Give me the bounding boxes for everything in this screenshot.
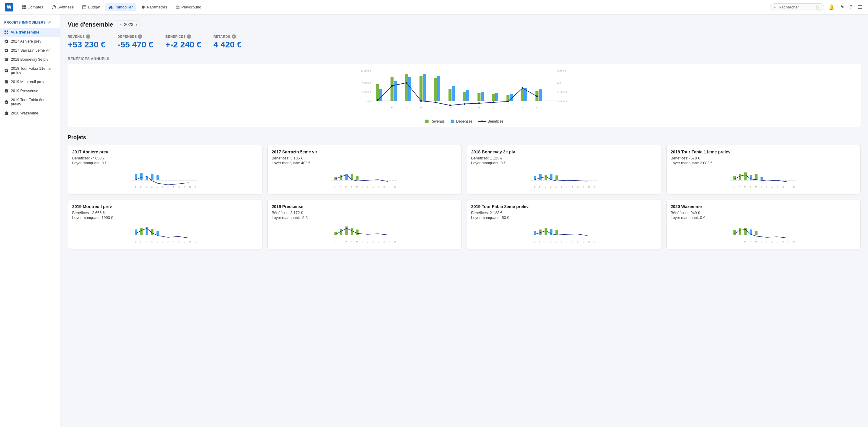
search-box[interactable]: / bbox=[770, 3, 824, 11]
project-card-3-chart: J F M A M J J A S O N D bbox=[671, 168, 857, 190]
page-header: Vue d'ensemble ‹ 2023 › bbox=[68, 21, 861, 28]
svg-text:J: J bbox=[766, 186, 767, 188]
svg-rect-98 bbox=[156, 175, 159, 180]
svg-text:J: J bbox=[362, 241, 363, 243]
depenses-info-icon[interactable]: i bbox=[138, 34, 142, 39]
revenus-info-icon[interactable]: i bbox=[86, 34, 90, 39]
stat-retards: RETARDS i 4 420 € bbox=[214, 34, 242, 50]
project-card-4-title: 2019 Montreuil prev bbox=[72, 204, 258, 209]
svg-point-79 bbox=[522, 87, 523, 89]
notifications-icon[interactable]: 🔔 bbox=[827, 3, 836, 11]
building4-icon bbox=[4, 68, 8, 73]
svg-text:O: O bbox=[583, 186, 584, 188]
project-card-7[interactable]: 2020 Wazemme Bénéfices: -949 € Loyer man… bbox=[666, 200, 861, 249]
nav-parametres[interactable]: Paramètres bbox=[137, 3, 170, 11]
retards-info-icon[interactable]: i bbox=[231, 34, 236, 39]
svg-point-71 bbox=[406, 82, 407, 84]
svg-text:O: O bbox=[782, 186, 784, 188]
nav-budget[interactable]: Budget bbox=[79, 3, 104, 11]
benefices-info-icon[interactable]: i bbox=[187, 34, 191, 39]
sidebar-item-vue-ensemble[interactable]: Vue d'ensemble bbox=[0, 28, 60, 37]
building3-icon bbox=[4, 57, 8, 62]
flag-icon[interactable]: ⚑ bbox=[839, 3, 845, 11]
project-card-2-benefices: Bénéfices: 1 123 € bbox=[471, 156, 657, 160]
legend-benefices: Bénéfices bbox=[478, 119, 503, 123]
svg-point-4 bbox=[52, 5, 56, 9]
stat-benefices-value: +-2 240 € bbox=[165, 40, 202, 50]
sidebar-item-2017-sarrazin[interactable]: 2017 Sarrazin 5eme vir bbox=[0, 46, 60, 55]
sidebar-item-2019-pressense[interactable]: 2019 Pressense bbox=[0, 86, 60, 95]
sidebar-item-2017-asniere[interactable]: 2017 Asniere prev bbox=[0, 37, 60, 46]
svg-text:S: S bbox=[777, 186, 778, 188]
nav-immobilier[interactable]: Immobilier bbox=[105, 3, 136, 11]
svg-rect-149 bbox=[739, 174, 741, 180]
project-card-4[interactable]: 2019 Montreuil prev Bénéfices: -2 666 € … bbox=[68, 200, 262, 249]
main-content: Vue d'ensemble ‹ 2023 › REVENUS i +53 23… bbox=[60, 14, 868, 427]
svg-line-10 bbox=[776, 7, 776, 8]
topnav-right: / 🔔 ⚑ ? ☰ bbox=[770, 3, 863, 11]
svg-text:0 €: 0 € bbox=[557, 82, 561, 85]
svg-rect-56 bbox=[452, 86, 455, 101]
sidebar-item-2018-bonnevay[interactable]: 2018 Bonnevay 3e plv bbox=[0, 55, 60, 64]
svg-text:S: S bbox=[493, 106, 494, 109]
sidebar-item-2019-montreuil[interactable]: 2019 Montreuil prev bbox=[0, 77, 60, 86]
svg-text:D: D bbox=[194, 186, 196, 188]
svg-rect-12 bbox=[7, 30, 8, 32]
sidebar-item-2018-tour-fabia[interactable]: 2018 Tour Fabia 11eme prelev bbox=[0, 64, 60, 77]
nav-parametres-label: Paramètres bbox=[147, 5, 167, 9]
stat-retards-value: 4 420 € bbox=[214, 40, 242, 50]
svg-text:A: A bbox=[151, 186, 153, 188]
project-card-3-benefices: Bénéfices: -578 € bbox=[671, 156, 857, 160]
svg-text:J: J bbox=[167, 186, 168, 188]
svg-text:S: S bbox=[577, 186, 579, 188]
sidebar-item-2019-tour-fabia[interactable]: 2019 Tour Fabia 8eme prelev bbox=[0, 95, 60, 109]
year-next-button[interactable]: › bbox=[136, 22, 137, 27]
svg-text:M: M bbox=[555, 186, 557, 188]
help-icon[interactable]: ? bbox=[848, 3, 854, 11]
svg-text:J: J bbox=[761, 186, 762, 188]
svg-text:M: M bbox=[156, 241, 158, 243]
menu-icon[interactable]: ☰ bbox=[857, 3, 863, 11]
svg-text:-3 000 €: -3 000 € bbox=[557, 100, 567, 103]
svg-text:F: F bbox=[739, 186, 740, 188]
project-card-6-chart: J F M A M J J A S O N D bbox=[471, 223, 657, 245]
svg-text:M: M bbox=[755, 186, 757, 188]
svg-rect-222 bbox=[739, 228, 741, 235]
project-card-1[interactable]: 2017 Sarrazin 5eme vir Bénéfices: 3 185 … bbox=[267, 145, 462, 195]
project-card-5-chart: J F M A M J J A S O N D bbox=[272, 223, 458, 245]
project-card-0[interactable]: 2017 Asniere prev Bénéfices: -7 650 € Lo… bbox=[68, 145, 262, 195]
nav-immobilier-label: Immobilier bbox=[115, 5, 132, 9]
svg-rect-63 bbox=[506, 95, 509, 101]
nav-synthese[interactable]: Synthèse bbox=[48, 3, 77, 11]
svg-text:A: A bbox=[372, 241, 374, 243]
svg-rect-62 bbox=[495, 93, 498, 101]
project-card-0-benefices: Bénéfices: -7 650 € bbox=[72, 156, 258, 160]
svg-text:N: N bbox=[788, 186, 789, 188]
edit-icon[interactable] bbox=[48, 21, 51, 24]
svg-text:J: J bbox=[362, 186, 363, 188]
svg-text:A: A bbox=[550, 186, 552, 188]
search-input[interactable] bbox=[779, 5, 814, 9]
top-navigation: W Comptes Synthèse Budget Immobilier Par… bbox=[0, 0, 868, 14]
svg-text:F: F bbox=[539, 186, 540, 188]
year-prev-button[interactable]: ‹ bbox=[120, 22, 122, 27]
svg-text:J: J bbox=[464, 106, 465, 109]
project-card-6-title: 2019 Tour Fabia 8eme prelev bbox=[471, 204, 657, 209]
svg-rect-171 bbox=[156, 231, 159, 235]
svg-rect-132 bbox=[545, 175, 547, 180]
nav-playground[interactable]: Playground bbox=[172, 3, 205, 11]
nav-comptes[interactable]: Comptes bbox=[18, 3, 47, 11]
svg-rect-35 bbox=[5, 113, 6, 114]
project-card-6[interactable]: 2019 Tour Fabia 8eme prelev Bénéfices: 2… bbox=[467, 200, 661, 249]
project-card-5[interactable]: 2019 Pressense Bénéfices: 3 172 € Loyer … bbox=[267, 200, 462, 249]
legend-revenus-dot bbox=[425, 120, 429, 123]
legend-revenus: Revenus bbox=[425, 119, 444, 123]
svg-rect-57 bbox=[463, 92, 466, 101]
sidebar-item-2020-wazemme[interactable]: 2020 Wazemme bbox=[0, 109, 60, 118]
svg-rect-60 bbox=[481, 92, 484, 101]
project-card-3[interactable]: 2018 Tour Fabia 11eme prelev Bénéfices: … bbox=[666, 145, 861, 195]
building8-icon bbox=[4, 111, 8, 115]
project-card-2[interactable]: 2018 Bonnevay 3e plv Bénéfices: 1 123 € … bbox=[467, 145, 661, 195]
stat-revenus: REVENUS i +53 230 € bbox=[68, 34, 105, 50]
svg-rect-185 bbox=[334, 232, 337, 235]
